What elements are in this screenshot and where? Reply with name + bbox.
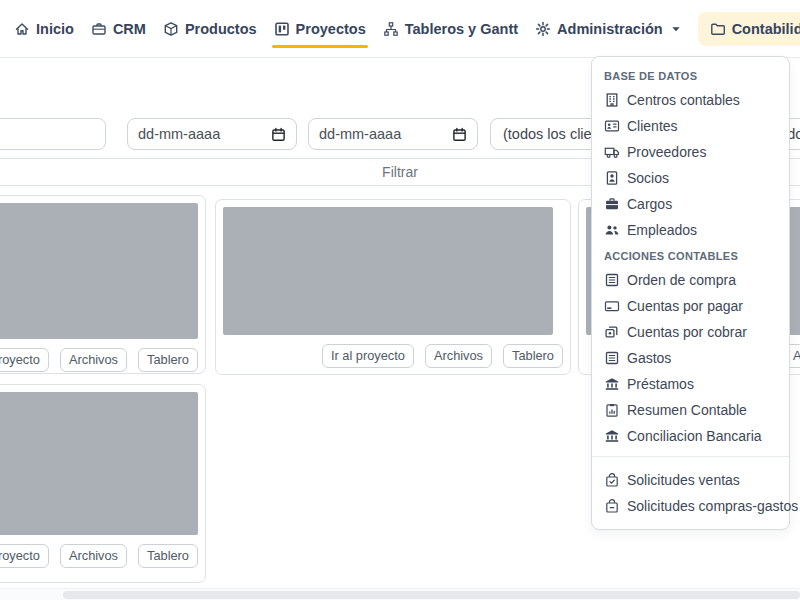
menu-item-prestamos[interactable]: Préstamos	[592, 371, 789, 397]
menu-section-header: ACCIONES CONTABLES	[592, 243, 789, 267]
nav-item-tableros-y-gantt[interactable]: Tableros y Gantt	[383, 21, 518, 37]
menu-item-label: Socios	[627, 170, 669, 186]
building-icon	[604, 92, 620, 108]
calendar-icon[interactable]	[452, 127, 467, 142]
menu-item-gastos[interactable]: Gastos	[592, 345, 789, 371]
project-image-placeholder	[0, 203, 198, 339]
menu-item-label: Centros contables	[627, 92, 740, 108]
menu-item-cargos[interactable]: Cargos	[592, 191, 789, 217]
receive-money-icon	[604, 324, 620, 340]
nav-item-proyectos[interactable]: Proyectos	[274, 21, 366, 37]
caret-down-icon	[671, 24, 681, 34]
menu-item-clientes[interactable]: Clientes	[592, 113, 789, 139]
kanban-icon	[274, 21, 290, 37]
menu-item-cuentas-por-cobrar[interactable]: Cuentas por cobrar	[592, 319, 789, 345]
menu-item-centros-contables[interactable]: Centros contables	[592, 87, 789, 113]
horizontal-scrollbar[interactable]	[0, 588, 800, 600]
menu-item-proveedores[interactable]: Proveedores	[592, 139, 789, 165]
menu-item-label: Cuentas por cobrar	[627, 324, 747, 340]
menu-section-header: BASE DE DATOS	[592, 63, 789, 87]
nav-item-label: Administración	[557, 21, 663, 37]
menu-item-label: Cargos	[627, 196, 672, 212]
files-button[interactable]: Archivos	[60, 544, 127, 568]
project-card: Ir al proyectoArchivosTablero	[0, 384, 206, 583]
menu-item-resumen-contable[interactable]: Resumen Contable	[592, 397, 789, 423]
card-button-row: Ir al proyectoArchivosTablero	[0, 544, 198, 568]
nav-item-label: Productos	[185, 21, 257, 37]
date-to-input[interactable]: dd-mm-aaaa	[308, 118, 478, 150]
nav-item-label: Tableros y Gantt	[405, 21, 518, 37]
menu-item-solicitudes-compras-gastos[interactable]: Solicitudes compras-gastos	[592, 493, 789, 519]
menu-item-label: Clientes	[627, 118, 678, 134]
folder-icon	[710, 21, 726, 37]
nav-item-administracion[interactable]: Administración	[535, 21, 681, 37]
board-button[interactable]: Tablero	[138, 348, 198, 372]
menu-item-solicitudes-ventas[interactable]: Solicitudes ventas	[592, 467, 789, 493]
nav-item-crm[interactable]: CRM	[91, 21, 146, 37]
date-to-placeholder: dd-mm-aaaa	[319, 126, 401, 142]
date-from-placeholder: dd-mm-aaaa	[138, 126, 220, 142]
briefcase-filled-icon	[604, 196, 620, 212]
date-from-input[interactable]: dd-mm-aaaa	[127, 118, 297, 150]
nav-item-label: Inicio	[36, 21, 74, 37]
bank-icon	[604, 428, 620, 444]
menu-item-label: Solicitudes ventas	[627, 472, 740, 488]
menu-item-cuentas-por-pagar[interactable]: Cuentas por pagar	[592, 293, 789, 319]
bag-check-icon	[604, 472, 620, 488]
menu-item-socios[interactable]: Socios	[592, 165, 789, 191]
nav-item-label: Proyectos	[296, 21, 366, 37]
id-card-icon	[604, 118, 620, 134]
contabilidad-dropdown: BASE DE DATOSCentros contablesClientesPr…	[591, 56, 790, 530]
menu-item-label: Proveedores	[627, 144, 706, 160]
report-chart-icon	[604, 402, 620, 418]
project-name-field[interactable]	[0, 118, 106, 150]
menu-item-label: Solicitudes compras-gastos	[627, 498, 798, 514]
menu-item-label: Empleados	[627, 222, 697, 238]
box-icon	[163, 21, 179, 37]
menu-item-label: Cuentas por pagar	[627, 298, 743, 314]
nav-item-inicio[interactable]: Inicio	[14, 21, 74, 37]
gear-icon	[535, 21, 551, 37]
project-name-input[interactable]	[0, 119, 105, 149]
scrollbar-thumb[interactable]	[63, 591, 800, 599]
sitemap-icon	[383, 21, 399, 37]
users-icon	[604, 222, 620, 238]
list-alt-icon	[604, 350, 620, 366]
menu-item-label: Préstamos	[627, 376, 694, 392]
filter-button-label: Filtrar	[382, 164, 418, 180]
project-image-placeholder	[223, 207, 553, 335]
calendar-icon[interactable]	[271, 127, 286, 142]
card-button-row: Ir al proyectoArchivosTablero	[223, 344, 563, 368]
project-card: Ir al proyectoArchivosTablero	[0, 195, 206, 374]
files-button[interactable]: Archivos	[60, 348, 127, 372]
menu-item-label: Resumen Contable	[627, 402, 747, 418]
files-button[interactable]: Archivos	[425, 344, 492, 368]
board-button[interactable]: Tablero	[138, 544, 198, 568]
nav-item-productos[interactable]: Productos	[163, 21, 257, 37]
menu-item-conciliacion-bancaria[interactable]: Conciliacion Bancaria	[592, 423, 789, 449]
portrait-icon	[604, 170, 620, 186]
bank-icon	[604, 376, 620, 392]
home-icon	[14, 21, 30, 37]
menu-item-label: Conciliacion Bancaria	[627, 428, 762, 444]
menu-item-label: Orden de compra	[627, 272, 736, 288]
briefcase-icon	[91, 21, 107, 37]
menu-item-empleados[interactable]: Empleados	[592, 217, 789, 243]
bag-icon	[604, 498, 620, 514]
menu-divider	[592, 456, 789, 457]
nav-item-contabilidad[interactable]: Contabilidad	[698, 12, 800, 46]
card-button-row: Ir al proyectoArchivosTablero	[0, 348, 198, 372]
nav-item-label: CRM	[113, 21, 146, 37]
credit-card-icon	[604, 298, 620, 314]
project-card: Ir al proyectoArchivosTablero	[215, 199, 571, 375]
menu-item-label: Gastos	[627, 350, 671, 366]
truck-icon	[604, 144, 620, 160]
nav-item-label: Contabilidad	[732, 21, 800, 37]
go-to-project-button[interactable]: Ir al proyecto	[322, 344, 414, 368]
board-button[interactable]: Tablero	[503, 344, 563, 368]
menu-item-orden-de-compra[interactable]: Orden de compra	[592, 267, 789, 293]
navbar: InicioCRMProductosProyectosTableros y Ga…	[0, 0, 800, 58]
go-to-project-button[interactable]: Ir al proyecto	[0, 544, 49, 568]
go-to-project-button[interactable]: Ir al proyecto	[0, 348, 49, 372]
project-image-placeholder	[0, 392, 198, 535]
